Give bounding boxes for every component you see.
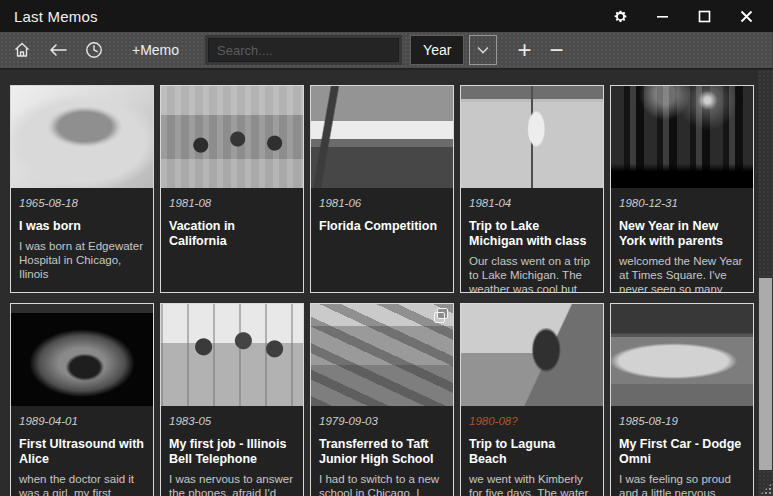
scrollbar-thumb[interactable] <box>759 278 772 470</box>
memo-card[interactable]: 1985-08-19 My First Car - Dodge Omni I w… <box>610 303 754 496</box>
card-date: 1981-08 <box>169 197 295 209</box>
year-filter-dropdown[interactable]: Year <box>410 35 497 65</box>
card-title: New Year in New York with parents <box>619 219 745 249</box>
memo-card[interactable]: 1980-08? Trip to Laguna Beach we went wi… <box>460 303 604 496</box>
card-date: 1981-06 <box>319 197 445 209</box>
new-york-fireworks-photo <box>611 86 753 188</box>
maximize-button[interactable] <box>695 7 713 25</box>
memo-grid-area: 1965-08-18 I was born I was born at Edge… <box>0 70 773 496</box>
card-body: when the doctor said it was a girl, my f… <box>19 472 145 496</box>
memo-card[interactable]: 1981-06 Florida Competition <box>310 85 454 293</box>
zoom-in-button[interactable]: + <box>517 38 531 62</box>
memo-grid: 1965-08-18 I was born I was born at Edge… <box>10 85 773 496</box>
settings-gear-icon[interactable] <box>611 7 629 25</box>
newborn-baby-photo <box>11 86 153 188</box>
card-date: 1989-04-01 <box>19 415 145 427</box>
card-date: 1965-08-18 <box>19 197 145 209</box>
card-date: 1981-04 <box>469 197 595 209</box>
ultrasound-photo <box>11 304 153 406</box>
card-body: I had to switch to a new school in Chica… <box>319 472 445 496</box>
zoom-out-button[interactable]: − <box>549 38 563 62</box>
titlebar: Last Memos <box>0 0 773 32</box>
card-title: Florida Competition <box>319 219 445 234</box>
card-date: 1980-08? <box>469 415 595 427</box>
memo-card[interactable]: 1989-04-01 First Ultrasound with Alice w… <box>10 303 154 496</box>
card-body: I was feeling so proud and a little nerv… <box>619 472 745 496</box>
card-title: Trip to Laguna Beach <box>469 437 595 467</box>
card-body: we went with Kimberly for five days. The… <box>469 472 595 496</box>
airplane-photo <box>311 86 453 188</box>
card-date: 1980-12-31 <box>619 197 745 209</box>
memo-card[interactable]: 1981-04 Trip to Lake Michigan with class… <box>460 85 604 293</box>
memo-card[interactable]: 1980-12-31 New Year in New York with par… <box>610 85 754 293</box>
card-title: Trip to Lake Michigan with class <box>469 219 595 249</box>
classroom-photo <box>311 304 453 406</box>
office-team-photo <box>161 304 303 406</box>
card-title: Vacation in California <box>169 219 295 249</box>
laguna-beach-photo <box>461 304 603 406</box>
multiple-photos-icon <box>437 308 448 319</box>
card-date: 1983-05 <box>169 415 295 427</box>
card-body: I was born at Edgewater Hospital in Chic… <box>19 239 145 281</box>
card-body: Our class went on a trip to Lake Michiga… <box>469 254 595 293</box>
search-panel <box>205 35 402 65</box>
year-filter-value[interactable]: Year <box>410 35 464 65</box>
add-memo-button[interactable]: +Memo <box>132 42 179 58</box>
windsurfer-photo <box>461 86 603 188</box>
card-date: 1985-08-19 <box>619 415 745 427</box>
close-button[interactable] <box>737 7 755 25</box>
minimize-button[interactable] <box>653 7 671 25</box>
card-title: I was born <box>19 219 145 234</box>
search-input[interactable] <box>208 38 399 62</box>
memo-card[interactable]: 1979-09-03 Transferred to Taft Junior Hi… <box>310 303 454 496</box>
card-body: welcomed the New Year at Times Square. I… <box>619 254 745 293</box>
app-title: Last Memos <box>14 8 98 25</box>
card-title: My first job - Illinois Bell Telephone <box>169 437 295 467</box>
memo-card[interactable]: 1983-05 My first job - Illinois Bell Tel… <box>160 303 304 496</box>
back-arrow-icon[interactable] <box>48 40 68 60</box>
card-title: My First Car - Dodge Omni <box>619 437 745 467</box>
card-body: I was nervous to answer the phones, afra… <box>169 472 295 496</box>
chevron-down-icon[interactable] <box>469 35 497 65</box>
history-clock-icon[interactable] <box>84 40 104 60</box>
card-date: 1979-09-03 <box>319 415 445 427</box>
memo-card[interactable]: 1981-08 Vacation in California <box>160 85 304 293</box>
memo-card[interactable]: 1965-08-18 I was born I was born at Edge… <box>10 85 154 293</box>
dodge-omni-car-photo <box>611 304 753 406</box>
toolbar: +Memo Year + − <box>0 32 773 70</box>
card-title: First Ultrasound with Alice <box>19 437 145 467</box>
vertical-scrollbar[interactable] <box>758 70 773 496</box>
beach-crowd-photo <box>161 86 303 188</box>
home-icon[interactable] <box>12 40 32 60</box>
card-title: Transferred to Taft Junior High School <box>319 437 445 467</box>
